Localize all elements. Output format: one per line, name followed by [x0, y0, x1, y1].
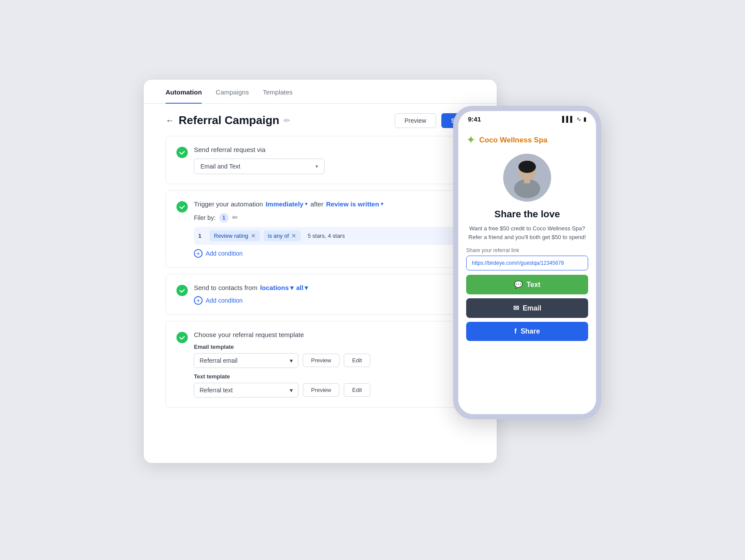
- section-trigger: Trigger your automation Immediately ▾ af…: [166, 190, 475, 268]
- section1-header: Send referral request via Email and Text…: [176, 146, 464, 174]
- section3-content: Send to contacts from locations ▾ all ▾: [194, 284, 464, 305]
- share-link-box[interactable]: https://birdeye.com/r/guestqa/12345678: [466, 256, 588, 270]
- tab-templates[interactable]: Templates: [263, 80, 292, 104]
- text-template-arrow-icon: ▾: [290, 387, 293, 394]
- section-contacts: Send to contacts from locations ▾ all ▾: [166, 274, 475, 315]
- send-via-value: Email and Text: [200, 163, 240, 170]
- locations-label: locations: [260, 284, 289, 291]
- filter-label: Filer by:: [194, 214, 216, 221]
- text-edit-button[interactable]: Edit: [344, 383, 370, 397]
- svg-point-3: [518, 161, 536, 173]
- section1-label: Send referral request via: [194, 146, 464, 153]
- review-written-arrow-icon: ▾: [381, 201, 383, 207]
- check-icon-1: [176, 147, 188, 158]
- condition-op-tag[interactable]: is any of ✕: [264, 230, 301, 241]
- tab-automation[interactable]: Automation: [166, 80, 202, 104]
- tab-campaigns[interactable]: Campaigns: [216, 80, 249, 104]
- email-btn-icon: ✉: [513, 304, 519, 312]
- email-preview-button[interactable]: Preview: [303, 354, 339, 367]
- edit-icon[interactable]: ✏: [284, 116, 290, 125]
- email-template-value: Referral email: [200, 357, 237, 364]
- brand-row: ✦ Coco Wellness Spa: [466, 133, 548, 147]
- send-via-dropdown[interactable]: Email and Text ▾: [194, 159, 325, 174]
- condition-field-tag[interactable]: Review rating ✕: [210, 230, 260, 241]
- email-template-label: Email template: [194, 344, 464, 350]
- add-condition-icon: +: [194, 249, 203, 258]
- add-condition-2[interactable]: + Add condition: [194, 296, 464, 305]
- immediately-label: Immediately: [266, 200, 304, 208]
- immediately-arrow-icon: ▾: [305, 201, 308, 207]
- share-desc: Want a free $50 credit to Coco Wellness …: [466, 224, 588, 241]
- signal-icon: ▌▌▌: [562, 116, 574, 122]
- section2-content: Trigger your automation Immediately ▾ af…: [194, 200, 464, 258]
- section-send-via: Send referral request via Email and Text…: [166, 136, 475, 184]
- section4-header: Choose your referral request template Em…: [176, 331, 464, 398]
- email-template-arrow-icon: ▾: [290, 357, 293, 364]
- check-icon-4: [176, 332, 188, 343]
- brand-name: Coco Wellness Spa: [479, 136, 548, 145]
- dropdown-arrow-icon: ▾: [315, 163, 318, 169]
- avatar: [503, 154, 551, 202]
- section4-content: Choose your referral request template Em…: [194, 331, 464, 398]
- preview-button[interactable]: Preview: [395, 113, 437, 128]
- review-written-label: Review is written: [326, 200, 379, 208]
- condition-value: 5 stars, 4 stars: [304, 230, 348, 241]
- trigger-row: Trigger your automation Immediately ▾ af…: [194, 200, 464, 208]
- condition-op-label: is any of: [268, 233, 289, 239]
- status-icons: ▌▌▌ ∿ ▮: [562, 116, 586, 122]
- scene: Automation Campaigns Templates ← Referra…: [144, 71, 601, 489]
- text-template-value: Referral text: [200, 387, 233, 394]
- all-pill[interactable]: all ▾: [296, 284, 308, 292]
- phone-content: ✦ Coco Wellness Spa: [458, 125, 596, 414]
- text-button[interactable]: 💬 Text: [466, 275, 588, 294]
- share-title: Share the love: [494, 209, 560, 220]
- section1-content: Send referral request via Email and Text…: [194, 146, 464, 174]
- add-condition-icon-2: +: [194, 296, 203, 305]
- email-btn-label: Email: [523, 304, 542, 312]
- add-condition-1[interactable]: + Add condition: [194, 249, 464, 258]
- phone-mockup: 9:41 ▌▌▌ ∿ ▮ ✦ Coco Wellness Spa: [453, 106, 601, 419]
- share-button[interactable]: f Share: [466, 322, 588, 341]
- filter-row: Filer by: 1 ✏: [194, 213, 464, 223]
- share-btn-label: Share: [521, 327, 540, 335]
- text-template-row: Referral text ▾ Preview Edit: [194, 383, 464, 398]
- add-condition-label-2: Add condition: [206, 297, 243, 304]
- filter-edit-icon[interactable]: ✏: [232, 213, 238, 222]
- wifi-icon: ∿: [576, 116, 581, 122]
- add-condition-label-1: Add condition: [206, 250, 243, 257]
- share-btn-icon: f: [515, 327, 517, 335]
- email-button[interactable]: ✉ Email: [466, 298, 588, 318]
- condition-field-remove[interactable]: ✕: [251, 233, 256, 239]
- condition-op-remove[interactable]: ✕: [291, 233, 296, 239]
- check-icon-2: [176, 201, 188, 213]
- text-template-select[interactable]: Referral text ▾: [194, 383, 298, 398]
- locations-pill[interactable]: locations ▾: [260, 284, 294, 292]
- immediately-pill[interactable]: Immediately ▾: [266, 200, 308, 208]
- section-template: Choose your referral request template Em…: [166, 321, 475, 408]
- back-button[interactable]: ←: [166, 115, 174, 125]
- text-preview-button[interactable]: Preview: [303, 383, 339, 397]
- contacts-row: Send to contacts from locations ▾ all ▾: [194, 284, 464, 292]
- phone-status-bar: 9:41 ▌▌▌ ∿ ▮: [458, 111, 596, 125]
- review-written-pill[interactable]: Review is written ▾: [326, 200, 383, 208]
- sections: Send referral request via Email and Text…: [144, 136, 497, 414]
- locations-arrow-icon: ▾: [290, 284, 294, 292]
- section4-label: Choose your referral request template: [194, 331, 464, 338]
- email-edit-button[interactable]: Edit: [344, 354, 370, 367]
- condition-number: 1: [198, 233, 206, 239]
- section3-header: Send to contacts from locations ▾ all ▾: [176, 284, 464, 305]
- condition-row: 1 Review rating ✕ is any of ✕ 5 stars, 4…: [194, 227, 464, 245]
- section2-header: Trigger your automation Immediately ▾ af…: [176, 200, 464, 258]
- check-icon-3: [176, 285, 188, 296]
- battery-icon: ▮: [583, 116, 586, 122]
- filter-count-badge: 1: [219, 213, 229, 223]
- phone-inner: 9:41 ▌▌▌ ∿ ▮ ✦ Coco Wellness Spa: [458, 111, 596, 414]
- svg-rect-4: [524, 178, 530, 183]
- tabs-bar: Automation Campaigns Templates: [144, 80, 497, 104]
- all-label: all: [296, 284, 304, 291]
- desktop-card: Automation Campaigns Templates ← Referra…: [144, 80, 497, 463]
- text-template-label: Text template: [194, 373, 464, 380]
- trigger-label: Trigger your automation: [194, 200, 263, 208]
- title-row: ← Referral Campaign ✏: [166, 114, 290, 127]
- email-template-select[interactable]: Referral email ▾: [194, 353, 298, 368]
